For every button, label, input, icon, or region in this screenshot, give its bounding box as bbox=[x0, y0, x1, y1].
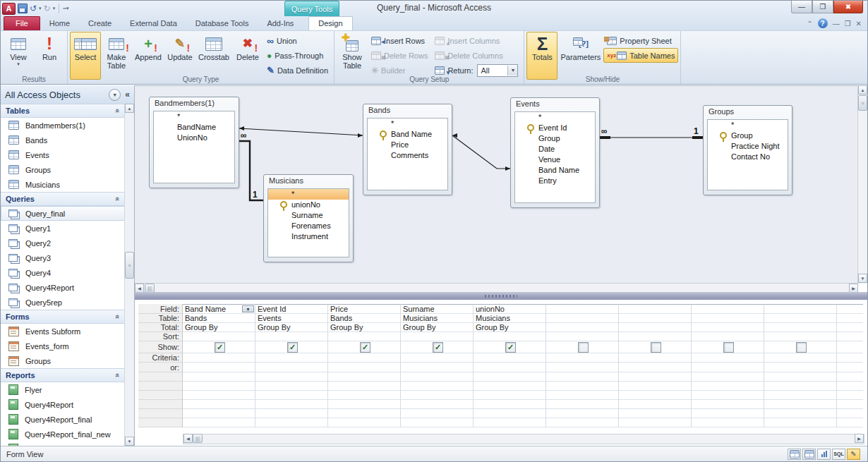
grid-cell[interactable]: ✓ bbox=[183, 341, 255, 353]
grid-cell[interactable] bbox=[255, 409, 328, 418]
field-row[interactable]: Band Name bbox=[515, 165, 595, 176]
nav-item-query4report-final[interactable]: Query4Report_final bbox=[1, 412, 125, 427]
grid-cell[interactable] bbox=[328, 332, 401, 341]
grid-cell[interactable]: Price bbox=[328, 304, 401, 314]
field-row[interactable]: unionNo bbox=[268, 200, 349, 210]
grid-cell[interactable] bbox=[328, 418, 401, 427]
union-button[interactable]: ∞Union bbox=[263, 33, 332, 48]
grid-cell[interactable] bbox=[401, 353, 474, 363]
pivottable-view-button[interactable] bbox=[802, 449, 816, 460]
grid-cell[interactable] bbox=[546, 382, 619, 391]
scroll-left-icon[interactable]: ◀ bbox=[183, 434, 193, 443]
nav-item-query3[interactable]: Query3 bbox=[1, 250, 125, 265]
section-collapse-icon[interactable]: « bbox=[114, 197, 122, 201]
grid-cell[interactable]: Group By bbox=[183, 323, 255, 332]
field-row[interactable]: * bbox=[268, 189, 349, 200]
return-count-combobox[interactable]: All▼ bbox=[477, 64, 518, 77]
grid-cell[interactable] bbox=[546, 332, 619, 341]
relationship-line[interactable] bbox=[239, 141, 263, 200]
grid-cell[interactable] bbox=[837, 409, 863, 418]
update-button[interactable]: ✎!Update bbox=[164, 32, 195, 80]
show-checkbox[interactable] bbox=[796, 342, 807, 353]
grid-cell[interactable] bbox=[692, 372, 764, 382]
grid-cell[interactable] bbox=[764, 304, 837, 314]
grid-cell[interactable] bbox=[401, 409, 474, 418]
grid-cell[interactable] bbox=[546, 353, 619, 363]
grid-cell[interactable] bbox=[255, 353, 328, 363]
close-button[interactable]: ✖ bbox=[833, 1, 863, 13]
field-row[interactable]: * bbox=[368, 118, 447, 129]
grid-cell[interactable] bbox=[692, 391, 764, 400]
grid-cell[interactable] bbox=[837, 372, 863, 382]
table-names-button[interactable]: xyzTable Names bbox=[603, 48, 678, 63]
show-checkbox[interactable] bbox=[578, 342, 589, 353]
minimize-button[interactable]: — bbox=[791, 1, 812, 13]
grid-cell[interactable]: ✓ bbox=[328, 341, 401, 353]
grid-cell[interactable]: ✓ bbox=[401, 341, 474, 353]
section-collapse-icon[interactable]: « bbox=[114, 315, 122, 319]
pivotchart-view-button[interactable] bbox=[817, 449, 831, 460]
pass-through-button[interactable]: ●Pass-Through bbox=[263, 48, 332, 63]
grid-cell[interactable] bbox=[837, 353, 863, 363]
nav-item-groups[interactable]: Groups bbox=[1, 353, 125, 368]
combo-dropdown-icon[interactable]: ▼ bbox=[507, 66, 517, 75]
grid-cell[interactable] bbox=[764, 363, 837, 372]
grid-cell[interactable]: Group By bbox=[474, 323, 546, 332]
grid-cell[interactable] bbox=[401, 382, 474, 391]
nav-item-events[interactable]: Events bbox=[1, 147, 125, 162]
grid-cell[interactable] bbox=[692, 382, 764, 391]
grid-cell[interactable] bbox=[401, 391, 474, 400]
grid-cell[interactable] bbox=[474, 382, 546, 391]
view-button[interactable]: View▾ bbox=[3, 32, 34, 80]
field-list-groups[interactable]: Groups*GroupPractice NightContact No bbox=[703, 105, 792, 195]
grid-cell[interactable] bbox=[183, 418, 255, 427]
nav-item-query4report[interactable]: Query4Report bbox=[1, 397, 125, 412]
shutter-bar-close-icon[interactable]: « bbox=[125, 90, 130, 99]
grid-cell[interactable] bbox=[837, 363, 863, 372]
grid-cell[interactable] bbox=[619, 372, 692, 382]
grid-cell[interactable]: Band Name▼ bbox=[183, 304, 255, 314]
grid-cell[interactable] bbox=[837, 314, 863, 323]
doc-close-icon[interactable]: ✕ bbox=[856, 20, 862, 28]
grid-cell[interactable] bbox=[619, 409, 692, 418]
grid-cell[interactable] bbox=[183, 382, 255, 391]
field-row[interactable]: Practice Night bbox=[708, 141, 788, 152]
field-row[interactable]: Group bbox=[708, 130, 788, 141]
grid-cell[interactable] bbox=[764, 341, 837, 353]
grid-cell[interactable] bbox=[692, 304, 764, 314]
grid-cell[interactable] bbox=[619, 391, 692, 400]
grid-cell[interactable] bbox=[837, 418, 863, 427]
nav-item-query-final[interactable]: Query_final bbox=[1, 206, 125, 221]
grid-cell[interactable] bbox=[474, 332, 546, 341]
nav-pane-header[interactable]: All Access Objects ▼ « bbox=[1, 85, 134, 104]
grid-cell[interactable] bbox=[328, 353, 401, 363]
grid-cell[interactable] bbox=[255, 382, 328, 391]
datasheet-view-button[interactable] bbox=[788, 449, 801, 460]
grid-cell[interactable] bbox=[692, 323, 764, 332]
grid-cell[interactable]: Musicians bbox=[474, 314, 546, 323]
grid-cell[interactable] bbox=[546, 363, 619, 372]
grid-cell[interactable] bbox=[401, 418, 474, 427]
nav-section-tables[interactable]: Tables« bbox=[1, 104, 125, 118]
grid-cell[interactable] bbox=[692, 314, 764, 323]
grid-cell[interactable] bbox=[183, 409, 255, 418]
grid-cell[interactable] bbox=[474, 353, 546, 363]
field-row[interactable]: Venue bbox=[515, 154, 595, 165]
scroll-right-icon[interactable]: ▶ bbox=[855, 434, 864, 443]
grid-cell[interactable] bbox=[255, 332, 328, 341]
grid-cell[interactable]: Surname bbox=[401, 304, 474, 314]
doc-minimize-icon[interactable]: — bbox=[833, 20, 840, 28]
grid-cell[interactable] bbox=[837, 332, 863, 341]
nav-item-query4report[interactable]: Query4Report bbox=[1, 280, 125, 295]
grid-cell[interactable]: Group By bbox=[255, 323, 328, 332]
grid-cell[interactable] bbox=[546, 409, 619, 418]
grid-cell[interactable] bbox=[837, 323, 863, 332]
grid-cell[interactable] bbox=[474, 372, 546, 382]
scroll-up-icon[interactable]: ▲ bbox=[858, 85, 867, 95]
collapse-ribbon-icon[interactable]: ⌃ bbox=[807, 20, 812, 28]
field-dropdown-icon[interactable]: ▼ bbox=[242, 305, 254, 312]
grid-cell[interactable] bbox=[546, 314, 619, 323]
show-checkbox[interactable] bbox=[723, 342, 734, 353]
property-sheet-button[interactable]: ▤Property Sheet bbox=[603, 33, 678, 48]
nav-pane-scrollbar[interactable]: ▲ ≡ ▼ bbox=[124, 104, 134, 446]
